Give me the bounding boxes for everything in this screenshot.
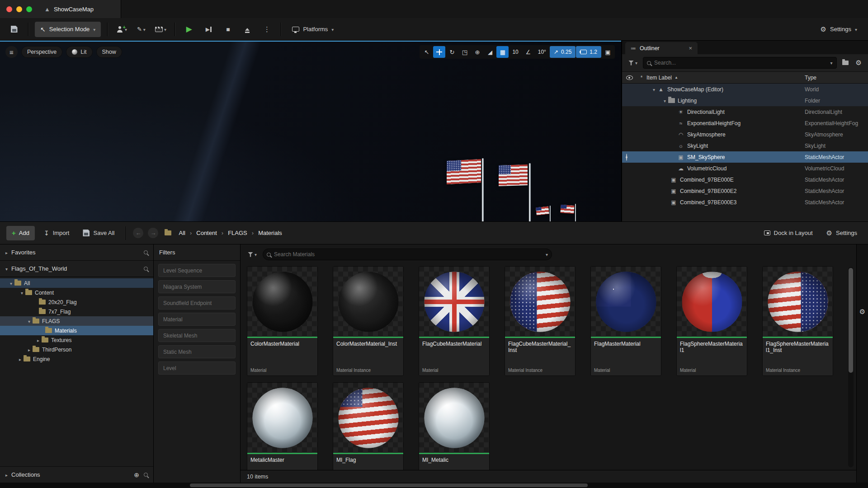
asset-tile-colormastermaterial-inst[interactable]: ColorMasterMaterial_Inst Material Instan… <box>333 266 404 376</box>
world-local-toggle-button[interactable]: ⊕ <box>471 46 483 58</box>
filter-skeletal-mesh[interactable]: Skeletal Mesh <box>158 329 236 342</box>
search-icon[interactable] <box>144 473 148 477</box>
breadcrumb-content[interactable]: Content <box>196 230 217 236</box>
play-options-button[interactable] <box>259 22 274 37</box>
asset-tile-flagspheremastermaterial1-inst[interactable]: FlagSphereMasterMaterial1_Inst Material … <box>762 266 833 376</box>
view-mode-dropdown[interactable]: Lit <box>66 46 92 58</box>
outliner-row-combined-1[interactable]: ▣ Combined_97BE000E StaticMeshActor <box>622 174 868 185</box>
eject-button[interactable] <box>240 22 255 37</box>
scale-snap-button[interactable]: ↗ 0.25 <box>550 46 576 58</box>
tree-item-7x7-flag[interactable]: 7x7_Flag <box>0 307 153 316</box>
outliner-row-showcasemap[interactable]: ▲ ShowCaseMap (Editor) World <box>622 84 868 95</box>
chevron-down-icon[interactable] <box>10 280 12 286</box>
asset-tile-metalicmaster[interactable]: MetalicMaster <box>247 382 318 470</box>
visibility-eye-toggle[interactable] <box>626 154 627 160</box>
chevron-right-icon[interactable] <box>37 337 39 343</box>
import-button[interactable]: Import <box>39 225 74 241</box>
outliner-row-skyatmosphere[interactable]: ◠ SkyAtmosphere SkyAtmosphere <box>622 129 868 140</box>
add-button[interactable]: Add <box>6 226 35 240</box>
tree-item-20x20-flag[interactable]: 20x20_Flag <box>0 297 153 307</box>
forward-button[interactable]: → <box>148 228 158 238</box>
save-button[interactable] <box>6 22 22 37</box>
rotation-snap-value[interactable]: 10° <box>535 49 549 55</box>
dock-in-layout-button[interactable]: Dock in Layout <box>760 225 817 241</box>
horiz-scrollbar[interactable] <box>0 483 868 488</box>
search-icon[interactable] <box>144 250 148 254</box>
asset-search-box[interactable] <box>263 249 552 260</box>
tree-item-content[interactable]: Content <box>0 288 153 297</box>
asset-tile-flagcubemastermaterial-inst[interactable]: FlagCubeMasterMaterial_Inst Material Ins… <box>505 266 576 376</box>
chevron-down-icon[interactable] <box>28 318 30 324</box>
tree-item-engine[interactable]: Engine <box>0 354 153 364</box>
tab-outliner[interactable]: Outliner <box>625 42 698 54</box>
outliner-settings-button[interactable] <box>854 57 863 68</box>
level-tab[interactable]: ▲ ShowCaseMap <box>44 6 94 13</box>
play-button[interactable] <box>181 22 197 37</box>
content-settings-button[interactable]: Settings <box>822 225 862 241</box>
cinematics-dropdown[interactable] <box>153 22 168 37</box>
minimize-window-button[interactable] <box>16 6 22 12</box>
item-label-column-header[interactable]: Item Label <box>646 75 672 81</box>
pin-column-header[interactable]: * <box>637 75 646 81</box>
perspective-dropdown[interactable]: Perspective <box>21 46 62 58</box>
outliner-row-sm-skysphere[interactable]: ▣ SM_SkySphere StaticMeshActor <box>622 151 868 163</box>
viewport-menu-button[interactable] <box>5 46 18 58</box>
chevron-right-icon[interactable] <box>28 347 30 353</box>
maximize-viewport-button[interactable]: ▣ <box>602 46 614 58</box>
selection-mode-dropdown[interactable]: Selection Mode <box>35 22 101 37</box>
breadcrumb-all[interactable]: All <box>179 230 185 236</box>
chevron-down-icon[interactable] <box>664 98 666 104</box>
create-folder-button[interactable] <box>840 59 850 66</box>
asset-tile-flagcubemastermaterial[interactable]: FlagCubeMasterMaterial Material <box>419 266 490 376</box>
breadcrumb-flags[interactable]: FLAGS <box>228 230 247 236</box>
rotate-tool-button[interactable]: ↻ <box>446 46 458 58</box>
outliner-search-box[interactable] <box>643 57 837 69</box>
favorites-section-header[interactable]: Favorites <box>0 244 153 261</box>
collections-section-header[interactable]: Collections <box>0 466 153 483</box>
filters-header[interactable]: Filters <box>154 244 240 261</box>
tree-item-thirdperson[interactable]: ThirdPerson <box>0 345 153 354</box>
grid-snap-value[interactable]: 10 <box>509 49 521 55</box>
stop-button[interactable] <box>220 22 236 37</box>
camera-speed-button[interactable]: 1.2 <box>576 46 601 58</box>
breadcrumb-materials[interactable]: Materials <box>258 230 282 236</box>
asset-scrollbar-thumb[interactable] <box>849 268 853 373</box>
horiz-scrollbar-thumb[interactable] <box>190 483 588 487</box>
add-actor-dropdown[interactable]: + <box>114 22 129 37</box>
move-tool-button[interactable] <box>433 46 445 58</box>
gear-icon[interactable] <box>859 308 865 316</box>
filter-level-sequence[interactable]: Level Sequence <box>158 264 236 277</box>
filter-level[interactable]: Level <box>158 361 236 375</box>
settings-dropdown[interactable]: Settings <box>816 22 862 37</box>
outliner-row-exponentialheightfog[interactable]: ≈ ExponentialHeightFog ExponentialHeight… <box>622 117 868 129</box>
close-window-button[interactable] <box>6 6 12 12</box>
outliner-row-combined-3[interactable]: ▣ Combined_97BE000E3 StaticMeshActor <box>622 197 868 208</box>
tree-item-textures[interactable]: Textures <box>0 335 153 345</box>
outliner-row-combined-2[interactable]: ▣ Combined_97BE000E2 StaticMeshActor <box>622 185 868 197</box>
back-button[interactable]: ← <box>133 228 143 238</box>
close-icon[interactable] <box>689 45 692 52</box>
chevron-down-icon[interactable] <box>21 290 23 296</box>
filter-material[interactable]: Material <box>158 313 236 326</box>
visibility-column-header[interactable] <box>622 75 637 80</box>
blueprints-dropdown[interactable] <box>133 22 149 37</box>
add-collection-icon[interactable] <box>134 471 139 479</box>
save-all-button[interactable]: Save All <box>78 225 119 241</box>
outliner-row-skylight[interactable]: ☼ SkyLight SkyLight <box>622 140 868 151</box>
asset-tile-mi-flag[interactable]: MI_Flag <box>333 382 404 470</box>
select-tool-button[interactable]: ↖ <box>420 46 433 58</box>
zoom-window-button[interactable] <box>26 6 32 12</box>
asset-scrollbar[interactable] <box>848 267 854 467</box>
rotation-snap-toggle-button[interactable]: ∠ <box>522 46 534 58</box>
filter-niagara-system[interactable]: Niagara System <box>158 280 236 293</box>
filter-soundfield-endpoint[interactable]: Soundfield Endpoint <box>158 296 236 310</box>
filter-static-mesh[interactable]: Static Mesh <box>158 345 236 358</box>
search-icon[interactable] <box>144 267 148 271</box>
asset-tile-flagmastermaterial[interactable]: FlagMasterMaterial Material <box>590 266 661 376</box>
grid-snap-toggle-button[interactable]: ▦ <box>496 46 509 58</box>
frame-skip-button[interactable] <box>201 22 216 37</box>
tree-item-materials[interactable]: Materials <box>0 326 153 335</box>
chevron-right-icon[interactable] <box>19 356 21 362</box>
outliner-row-lighting[interactable]: Lighting Folder <box>622 95 868 106</box>
level-viewport[interactable]: Perspective Lit Show ↖ ↻ ◳ ⊕ ◢ ▦ 10 ∠ 10… <box>0 41 621 221</box>
